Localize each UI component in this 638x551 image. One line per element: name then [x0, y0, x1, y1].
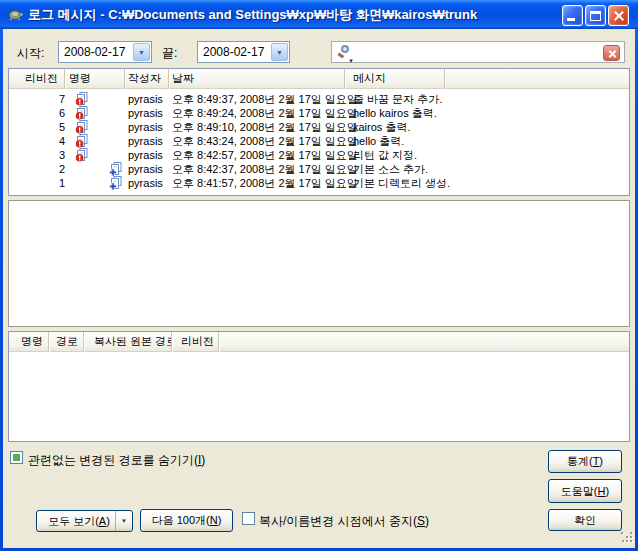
hide-unrelated-label[interactable]: 관련없는 변경된 경로를 숨기기(I)	[28, 452, 205, 469]
minimize-icon	[567, 18, 575, 21]
log-row-3[interactable]: 3 pyrasis 오후 8:42:57, 2008년 2월 17일 일요일 리…	[9, 148, 629, 162]
stop-on-copy-label[interactable]: 복사/이름변경 시점에서 중지(S)	[259, 513, 429, 530]
start-date-label: 시작:	[17, 45, 44, 62]
column-header-action[interactable]: 명령	[65, 69, 125, 89]
column-header-path[interactable]: 경로	[49, 332, 84, 352]
log-row-5[interactable]: 5 pyrasis 오후 8:49:10, 2008년 2월 17일 일요일 k…	[9, 120, 629, 134]
column-header-revision[interactable]: 리비전	[172, 332, 219, 352]
action-modified-icon	[65, 134, 125, 148]
checkbox-green-state-icon	[13, 454, 20, 461]
start-date-value: 2008-02-17	[64, 45, 125, 59]
action-added-icon	[65, 176, 125, 190]
action-modified-icon	[65, 148, 125, 162]
column-header-date[interactable]: 날짜	[169, 69, 345, 89]
search-input[interactable]: ▼	[331, 41, 625, 63]
end-date-combo[interactable]: 2008-02-17 ▼	[197, 41, 290, 63]
tortoisesvn-turtle-icon	[7, 6, 24, 23]
clear-search-button[interactable]	[603, 45, 620, 61]
minimize-button[interactable]	[562, 5, 583, 26]
action-modified-icon	[65, 106, 125, 120]
log-list-header[interactable]: 리비전 명령 작성자 날짜 메시지	[9, 69, 629, 89]
end-date-value: 2008-02-17	[203, 45, 264, 59]
column-header-message[interactable]: 메시지	[345, 69, 445, 89]
show-all-split-button[interactable]: 모두 보기(A) ▼	[36, 510, 133, 532]
start-date-combo[interactable]: 2008-02-17 ▼	[58, 41, 152, 63]
statistics-button[interactable]: 통계(T)	[548, 450, 622, 473]
log-list[interactable]: 리비전 명령 작성자 날짜 메시지 7 pyrasis 오후 8:49:37, …	[8, 68, 630, 196]
hide-unrelated-checkbox[interactable]	[10, 451, 23, 464]
changed-paths-header[interactable]: 명령 경로 복사된 원본 경로 리비전	[9, 332, 629, 352]
titlebar[interactable]: 로그 메시지 - C:₩Documents and Settings₩xp₩바탕…	[0, 0, 638, 29]
end-date-label: 끝:	[162, 45, 177, 62]
search-filter-dropdown-icon: ▼	[348, 58, 354, 64]
maximize-icon	[590, 11, 601, 21]
close-button[interactable]	[608, 5, 629, 26]
action-added-icon	[65, 162, 125, 176]
column-header-author[interactable]: 작성자	[125, 69, 169, 89]
column-header-revision[interactable]: 리비전	[9, 69, 65, 89]
log-row-2[interactable]: 2 pyrasis 오후 8:42:37, 2008년 2월 17일 일요일 기…	[9, 162, 629, 176]
chevron-down-icon[interactable]: ▼	[115, 511, 132, 531]
window-title: 로그 메시지 - C:₩Documents and Settings₩xp₩바탕…	[28, 6, 548, 24]
log-messages-dialog: 로그 메시지 - C:₩Documents and Settings₩xp₩바탕…	[0, 0, 638, 551]
log-row-7[interactable]: 7 pyrasis 오후 8:49:37, 2008년 2월 17일 일요일 줄…	[9, 92, 629, 106]
log-row-1[interactable]: 1 pyrasis 오후 8:41:57, 2008년 2월 17일 일요일 기…	[9, 176, 629, 190]
chevron-down-icon[interactable]: ▼	[271, 43, 288, 61]
log-message-textbox[interactable]	[8, 200, 630, 327]
next-100-button[interactable]: 다음 100개(N)	[140, 509, 233, 532]
column-header-action[interactable]: 명령	[9, 332, 49, 352]
resize-grip[interactable]	[621, 532, 634, 545]
ok-button[interactable]: 확인	[548, 509, 622, 531]
maximize-button[interactable]	[585, 5, 606, 26]
chevron-down-icon[interactable]: ▼	[133, 43, 150, 61]
log-row-6[interactable]: 6 pyrasis 오후 8:49:24, 2008년 2월 17일 일요일 h…	[9, 106, 629, 120]
stop-on-copy-checkbox[interactable]	[242, 512, 255, 525]
column-header-copy-from[interactable]: 복사된 원본 경로	[84, 332, 172, 352]
action-modified-icon	[65, 92, 125, 106]
help-button[interactable]: 도움말(H)	[548, 479, 622, 503]
action-modified-icon	[65, 120, 125, 134]
magnifier-icon[interactable]: ▼	[338, 45, 351, 58]
changed-paths-list[interactable]: 명령 경로 복사된 원본 경로 리비전	[8, 331, 630, 442]
log-row-4[interactable]: 4 pyrasis 오후 8:43:24, 2008년 2월 17일 일요일 h…	[9, 134, 629, 148]
